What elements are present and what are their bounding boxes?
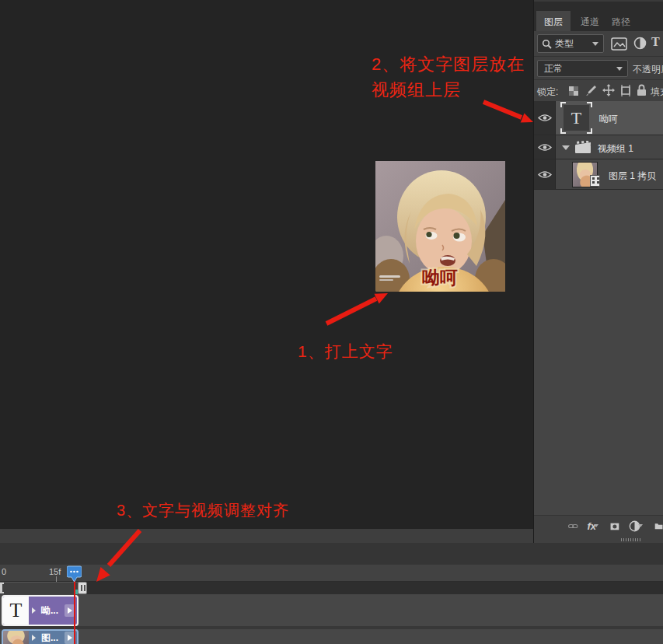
new-adjustment-layer-button[interactable]: [629, 520, 645, 532]
layer-visibility-cell[interactable]: [534, 135, 556, 159]
search-icon: [542, 39, 552, 49]
lock-artboard-icon[interactable]: [619, 85, 632, 96]
tab-channels[interactable]: 通道: [573, 11, 607, 33]
annotation-step-1: 1、打上文字: [298, 341, 393, 362]
tab-layers[interactable]: 图层: [536, 11, 571, 33]
eye-icon[interactable]: [538, 170, 552, 179]
layer-visibility-cell[interactable]: [534, 101, 556, 135]
layers-panel: 图层 通道 路径 类型 T: [533, 0, 663, 543]
caret-down-icon: [594, 524, 598, 527]
selection-corner-icon: [560, 102, 566, 107]
layer-name-video-copy[interactable]: 图层 1 拷贝: [609, 170, 656, 183]
lock-label: 锁定:: [537, 86, 558, 99]
timeline-track-text: [0, 594, 663, 626]
annotation-step-2: 2、将文字图层放在 视频组上层: [372, 51, 525, 103]
text-thumb-letter: T: [571, 108, 581, 128]
add-mask-icon[interactable]: [610, 521, 619, 532]
timeline-ruler[interactable]: 0 15f: [0, 565, 663, 582]
layer-row-text[interactable]: T 呦呵: [534, 101, 663, 135]
lock-row: 锁定: 填充:: [534, 79, 663, 101]
fill-label: 填充:: [651, 86, 663, 99]
arrow-to-canvas: [326, 293, 388, 324]
clip-text-label: 呦...: [41, 604, 58, 618]
filmstrip-badge-icon: [590, 175, 600, 187]
timeline-clip-text-layer[interactable]: T 呦...: [2, 595, 79, 626]
annotation-step-2-line1: 2、将文字图层放在: [372, 51, 525, 77]
layer-visibility-cell[interactable]: [534, 159, 556, 189]
timeline-clip-video-layer[interactable]: 图...: [2, 629, 79, 644]
layer-row-video-layer[interactable]: 图层 1 拷贝: [534, 159, 663, 190]
layers-panel-toolbar: fx: [534, 515, 663, 537]
panel-tab-bar: 图层 通道 路径: [534, 0, 663, 31]
clip-video-label: 图...: [41, 632, 58, 644]
selection-corner-icon: [587, 128, 592, 134]
text-layer-thumbnail[interactable]: T: [564, 105, 589, 131]
arrow-to-layers-panel: [483, 102, 533, 122]
lock-position-move-icon[interactable]: [602, 84, 615, 96]
photoshop-workspace: 呦呵 呦呵 2、将文字图层放在 视频组上层 1、打上文字 3、文字与视频调整对齐…: [0, 0, 663, 644]
canvas-meme-image: 呦呵 呦呵: [375, 161, 505, 292]
layer-style-button[interactable]: fx: [588, 520, 602, 532]
blend-mode-row: 正常 不透明度: [534, 56, 663, 79]
lock-pixels-brush-icon[interactable]: [585, 85, 597, 96]
meme-caption: 呦呵: [422, 268, 458, 288]
panel-resize-grip[interactable]: [534, 537, 663, 543]
chevron-down-icon: [592, 42, 598, 46]
caret-down-icon: [638, 524, 643, 527]
timeline-work-area-bar: [0, 582, 663, 594]
work-area-end-handle[interactable]: [78, 582, 87, 594]
blend-mode-value: 正常: [544, 63, 563, 74]
filter-type-layers-icon[interactable]: T: [651, 35, 660, 49]
timeline-toolbar-band: [0, 543, 663, 565]
annotation-step-2-line2: 视频组上层: [372, 77, 525, 103]
ruler-tick-mark: [56, 576, 57, 582]
chevron-down-icon: [616, 67, 623, 71]
playhead-pin[interactable]: [67, 565, 82, 583]
grip-dots-icon: [621, 538, 641, 541]
opacity-label: 不透明度: [633, 63, 663, 76]
clip-video-thumbnail[interactable]: [3, 631, 29, 644]
clip-expand-chevron-icon[interactable]: [32, 607, 36, 614]
lock-all-icon[interactable]: [637, 84, 647, 96]
new-group-folder-icon[interactable]: [654, 521, 663, 531]
blend-mode-dropdown[interactable]: 正常: [537, 60, 628, 77]
timeline-track-video: [0, 629, 663, 644]
link-layers-icon[interactable]: [568, 523, 578, 530]
work-area-start-handle[interactable]: [0, 583, 4, 593]
selection-corner-icon: [587, 102, 592, 107]
layer-filter-row: 类型 T: [534, 31, 663, 56]
video-group-icon: [574, 141, 591, 154]
group-collapse-chevron-icon[interactable]: [562, 145, 570, 150]
work-area-range: [0, 582, 79, 594]
annotation-step-3: 3、文字与视频调整对齐: [117, 500, 289, 521]
clip-text-thumbnail[interactable]: T: [3, 597, 29, 625]
ruler-tick-zero: 0: [2, 567, 6, 576]
layer-row-video-group[interactable]: 视频组 1: [534, 135, 663, 159]
filter-adjustment-layers-icon[interactable]: [633, 37, 647, 50]
filter-type-label: 类型: [555, 38, 574, 49]
filter-type-dropdown[interactable]: 类型: [537, 34, 604, 53]
lock-transparency-icon[interactable]: [568, 86, 579, 96]
eye-icon[interactable]: [538, 143, 552, 152]
playhead-line[interactable]: [74, 580, 75, 644]
layer-name-text[interactable]: 呦呵: [599, 113, 618, 126]
selection-corner-icon: [560, 128, 566, 134]
tab-paths[interactable]: 路径: [604, 11, 638, 33]
clip-expand-chevron-icon[interactable]: [32, 635, 36, 641]
filter-pixel-layers-icon[interactable]: [611, 37, 627, 51]
ruler-tick-15f: 15f: [49, 567, 61, 576]
layer-name-video-group[interactable]: 视频组 1: [598, 142, 633, 156]
eye-icon[interactable]: [538, 114, 552, 122]
